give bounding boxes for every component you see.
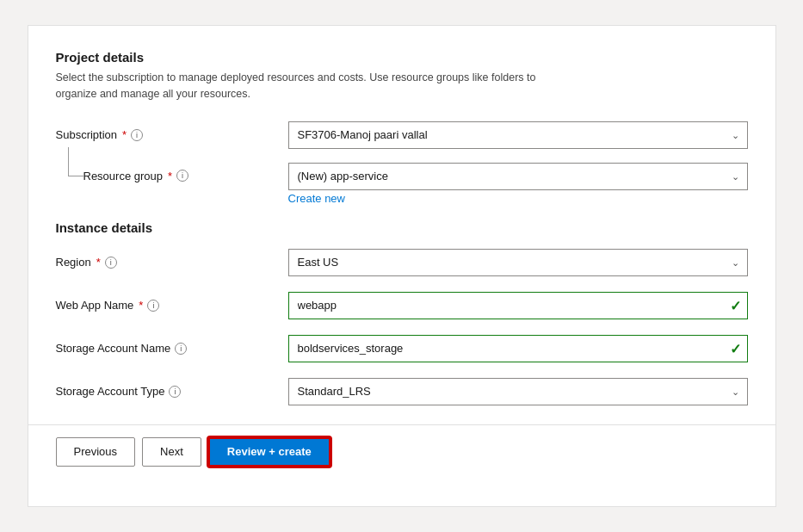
web-app-name-input[interactable]	[288, 292, 748, 319]
main-card: Project details Select the subscription …	[28, 25, 776, 507]
instance-details-fields: Region * i East US ⌄ Web App Name	[56, 247, 748, 407]
storage-account-name-label: Storage Account Name	[56, 342, 171, 355]
review-create-button[interactable]: Review + create	[208, 437, 330, 467]
web-app-name-label-col: Web App Name * i	[56, 299, 288, 312]
web-app-name-input-col: ✓	[288, 292, 748, 319]
storage-account-name-label-col: Storage Account Name i	[56, 342, 288, 355]
subscription-dropdown[interactable]: SF3706-Manoj paari vallal	[288, 121, 748, 149]
storage-account-name-info-icon[interactable]: i	[175, 343, 187, 355]
web-app-name-valid-icon: ✓	[730, 297, 741, 313]
web-app-name-required: *	[139, 299, 143, 312]
subscription-label: Subscription	[56, 128, 118, 141]
resource-group-info-icon[interactable]: i	[176, 170, 188, 182]
storage-account-name-input-col: ✓	[288, 335, 748, 362]
region-row: Region * i East US ⌄	[56, 247, 748, 278]
subscription-row: Subscription * i SF3706-Manoj paari vall…	[56, 120, 748, 151]
resource-group-dropdown[interactable]: (New) app-service	[288, 163, 748, 190]
region-required: *	[96, 256, 101, 269]
web-app-name-label: Web App Name	[56, 299, 134, 312]
previous-button[interactable]: Previous	[56, 437, 136, 467]
create-new-link[interactable]: Create new	[288, 192, 345, 205]
storage-account-type-info-icon[interactable]: i	[169, 386, 181, 398]
web-app-name-info-icon[interactable]: i	[147, 300, 159, 312]
subscription-info-icon[interactable]: i	[131, 129, 143, 141]
footer: Previous Next Review + create	[56, 425, 748, 480]
resource-group-select-wrapper: (New) app-service ⌄	[288, 163, 748, 190]
storage-account-name-valid-icon: ✓	[730, 340, 741, 356]
storage-account-name-input[interactable]	[288, 335, 748, 362]
storage-account-name-input-wrapper: ✓	[288, 335, 748, 362]
instance-details-section: Instance details Region * i East US ⌄	[56, 220, 748, 407]
resource-group-required: *	[168, 170, 172, 182]
storage-account-type-input-col: Standard_LRS ⌄	[288, 378, 748, 405]
web-app-name-input-wrapper: ✓	[288, 292, 748, 319]
resource-group-row: Resource group * i (New) app-service ⌄ C…	[56, 163, 748, 205]
instance-details-title: Instance details	[56, 220, 748, 235]
storage-account-type-dropdown[interactable]: Standard_LRS	[288, 378, 748, 405]
next-button[interactable]: Next	[142, 437, 201, 467]
subscription-select-wrapper: SF3706-Manoj paari vallal ⌄	[288, 121, 748, 149]
subscription-required: *	[122, 128, 127, 141]
region-label: Region	[56, 256, 91, 269]
resource-group-label-col: Resource group * i	[56, 163, 288, 182]
resource-group-input-col: (New) app-service ⌄ Create new	[288, 163, 748, 205]
region-input-col: East US ⌄	[288, 249, 748, 276]
storage-account-name-row: Storage Account Name i ✓	[56, 333, 748, 364]
subscription-label-col: Subscription * i	[56, 128, 288, 141]
region-select-wrapper: East US ⌄	[288, 249, 748, 276]
project-details-section: Project details Select the subscription …	[56, 50, 748, 205]
storage-account-type-select-wrapper: Standard_LRS ⌄	[288, 378, 748, 405]
project-details-description: Select the subscription to manage deploy…	[56, 70, 538, 102]
subscription-input-col: SF3706-Manoj paari vallal ⌄	[288, 121, 748, 149]
region-info-icon[interactable]: i	[105, 257, 117, 269]
storage-account-type-row: Storage Account Type i Standard_LRS ⌄	[56, 376, 748, 407]
storage-account-type-label-col: Storage Account Type i	[56, 385, 288, 398]
region-label-col: Region * i	[56, 256, 288, 269]
resource-group-label: Resource group	[83, 170, 164, 182]
project-details-title: Project details	[56, 50, 748, 65]
storage-account-type-label: Storage Account Type	[56, 385, 165, 398]
region-dropdown[interactable]: East US	[288, 249, 748, 276]
web-app-name-row: Web App Name * i ✓	[56, 290, 748, 321]
